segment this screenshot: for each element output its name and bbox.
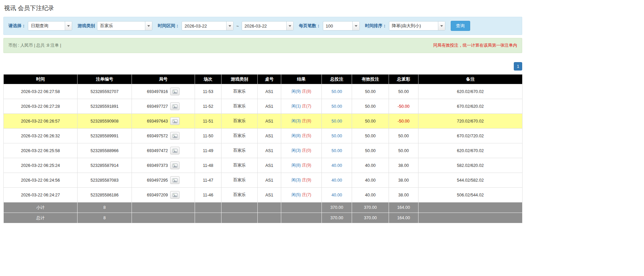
subtotal-empty (281, 202, 322, 213)
chevron-down-icon[interactable] (352, 21, 359, 30)
cell-game-type: 百家乐 (221, 188, 258, 202)
cell-bet-id: 523285588966 (78, 143, 132, 158)
header-payout: 总派彩 (389, 75, 418, 84)
total-row: 总计 8 370.00 370.00 164.00 (4, 213, 523, 223)
header-bet-id: 注单编号 (78, 75, 132, 84)
view-round-button[interactable] (170, 88, 180, 95)
cell-session: 11-48 (195, 158, 221, 173)
date-to-value: 2026-03-22 (242, 21, 286, 30)
cell-game-type: 百家乐 (221, 129, 258, 143)
cell-session: 11-46 (195, 188, 221, 202)
cell-remark: 620.02/670.02 (418, 143, 523, 158)
view-round-button[interactable] (170, 147, 180, 154)
view-round-button[interactable] (170, 117, 180, 125)
subtotal-empty (418, 202, 523, 213)
cell-valid-bet: 50.00 (352, 129, 389, 143)
total-label: 总计 (4, 213, 78, 223)
cell-time: 2026-03-22 06:27:58 (4, 84, 78, 99)
cell-table-no: AS1 (258, 158, 281, 173)
cell-total-bet: 50.00 (322, 143, 352, 158)
cell-result: 闲(3) 庄(8) (281, 114, 322, 129)
table-header-row: 时间 注单编号 局号 场次 游戏类别 桌号 结果 总投注 有效投注 总派彩 备注 (4, 75, 523, 84)
view-round-button[interactable] (170, 162, 180, 169)
cell-time: 2026-03-22 06:25:24 (4, 158, 78, 173)
view-round-button[interactable] (170, 132, 180, 140)
pagination-top: 1 (3, 62, 522, 71)
cell-total-bet: 50.00 (322, 99, 352, 114)
page-button-1[interactable]: 1 (514, 62, 522, 71)
table-row: 2026-03-22 06:26:32523285589991693497572… (4, 129, 523, 143)
header-table-no: 桌号 (258, 75, 281, 84)
chevron-down-icon[interactable] (226, 21, 233, 30)
total-bet-link[interactable]: 50.00 (332, 89, 342, 94)
cell-result: 闲(3) 庄(9) (281, 173, 322, 188)
total-empty (195, 213, 221, 223)
cell-table-no: AS1 (258, 129, 281, 143)
cell-payout: -50.00 (389, 99, 418, 114)
cell-bet-id: 523285587083 (78, 173, 132, 188)
cell-valid-bet: 50.00 (352, 99, 389, 114)
view-round-button[interactable] (170, 191, 180, 199)
cell-session: 11-52 (195, 99, 221, 114)
total-bet-link[interactable]: 40.00 (332, 193, 342, 197)
table-row: 2026-03-22 06:24:56523285587083693497295… (4, 173, 523, 188)
subtotal-row: 小计 8 370.00 370.00 164.00 (4, 202, 523, 213)
total-total-bet: 370.00 (322, 213, 352, 223)
cell-game-type: 百家乐 (221, 84, 258, 99)
records-table: 时间 注单编号 局号 场次 游戏类别 桌号 结果 总投注 有效投注 总派彩 备注… (3, 74, 523, 223)
subtotal-empty (132, 202, 195, 213)
cell-time: 2026-03-22 06:25:58 (4, 143, 78, 158)
cell-valid-bet: 40.00 (352, 173, 389, 188)
query-type-select[interactable]: 日期查询 (28, 21, 72, 31)
total-bet-link[interactable]: 50.00 (332, 148, 342, 153)
cell-session: 11-47 (195, 173, 221, 188)
cell-round-id: 693497643 (132, 114, 195, 129)
header-game-type: 游戏类别 (221, 75, 258, 84)
subtotal-count: 8 (78, 202, 132, 213)
cell-remark: 670.02/620.02 (418, 99, 523, 114)
image-icon (172, 178, 178, 182)
page-size-select[interactable]: 100 (323, 21, 360, 31)
total-bet-link[interactable]: 50.00 (332, 134, 342, 138)
total-bet-link[interactable]: 40.00 (332, 178, 342, 183)
total-empty (418, 213, 523, 223)
total-bet-link[interactable]: 50.00 (332, 119, 342, 124)
cell-total-bet: 40.00 (322, 188, 352, 202)
cell-result: 闲(8) 庄(5) (281, 129, 322, 143)
cell-game-type: 百家乐 (221, 173, 258, 188)
page-size-label: 每页笔数： (299, 23, 321, 29)
cell-round-id: 693497295 (132, 173, 195, 188)
game-type-value: 百家乐 (97, 21, 145, 30)
view-round-button[interactable] (170, 102, 180, 110)
cell-time: 2026-03-22 06:26:32 (4, 129, 78, 143)
image-icon (172, 104, 178, 108)
date-range-separator: ~ (236, 24, 239, 29)
chevron-down-icon[interactable] (438, 21, 445, 30)
chevron-down-icon[interactable] (145, 21, 152, 30)
total-bet-link[interactable]: 40.00 (332, 163, 342, 168)
cell-time: 2026-03-22 06:26:57 (4, 114, 78, 129)
header-total-bet: 总投注 (322, 75, 352, 84)
table-row: 2026-03-22 06:25:24523285587914693497373… (4, 158, 523, 173)
cell-payout: -50.00 (389, 114, 418, 129)
cell-remark: 506.02/544.02 (418, 188, 523, 202)
cell-time: 2026-03-22 06:27:28 (4, 99, 78, 114)
cell-table-no: AS1 (258, 99, 281, 114)
cell-result: 闲(1) 庄(7) (281, 99, 322, 114)
total-valid-bet: 370.00 (352, 213, 389, 223)
total-bet-link[interactable]: 50.00 (332, 104, 342, 109)
date-from-select[interactable]: 2026-03-22 (182, 21, 234, 31)
chevron-down-icon[interactable] (286, 21, 293, 30)
chevron-down-icon[interactable] (65, 21, 72, 30)
cell-result: 闲(8) 庄(9) (281, 158, 322, 173)
sort-order-select[interactable]: 降幂(由大到小) (389, 21, 445, 31)
cell-time: 2026-03-22 06:24:56 (4, 173, 78, 188)
view-round-button[interactable] (170, 176, 180, 184)
date-to-select[interactable]: 2026-03-22 (242, 21, 294, 31)
game-type-select[interactable]: 百家乐 (97, 21, 152, 31)
search-button[interactable]: 查询 (451, 21, 470, 31)
header-remark: 备注 (418, 75, 523, 84)
image-icon (172, 119, 178, 123)
page-container: 视讯 会员下注纪录 请选择： 日期查询 游戏类别 百家乐 时间区间： 2026-… (0, 0, 526, 276)
subtotal-label: 小计 (4, 202, 78, 213)
